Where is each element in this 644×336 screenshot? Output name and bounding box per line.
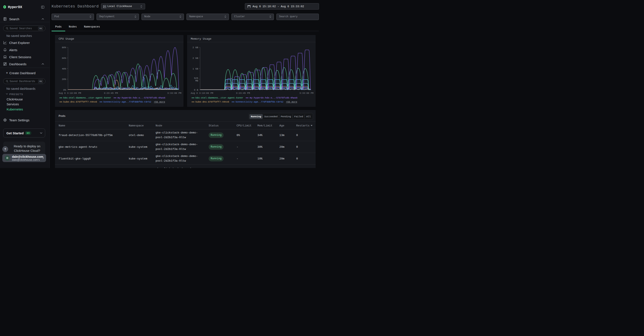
svg-text:80%: 80%	[62, 46, 66, 49]
svg-text:0%: 0%	[63, 89, 66, 91]
svg-text:1 GB: 1 GB	[193, 68, 198, 70]
svg-text:525: 525	[194, 77, 198, 80]
svg-text:3:33:00 PM: 3:33:00 PM	[167, 92, 181, 95]
svg-text:20%: 20%	[62, 78, 66, 81]
svg-text:Aug 6 3:18:00 PM: Aug 6 3:18:00 PM	[191, 92, 213, 95]
svg-text:3:23:45 PM: 3:23:45 PM	[104, 92, 118, 95]
svg-text:0 B: 0 B	[194, 89, 198, 91]
svg-text:2 GB: 2 GB	[193, 57, 198, 60]
svg-text:3:33:00 PM: 3:33:00 PM	[300, 92, 314, 95]
svg-text:Aug 6 3:18:00 PM: Aug 6 3:18:00 PM	[58, 92, 81, 95]
svg-text:40%: 40%	[62, 68, 66, 70]
svg-text:3:23:45 PM: 3:23:45 PM	[236, 92, 250, 95]
svg-text:MB: MB	[196, 80, 198, 82]
svg-text:60%: 60%	[62, 57, 66, 60]
svg-text:2 GB: 2 GB	[193, 46, 198, 49]
